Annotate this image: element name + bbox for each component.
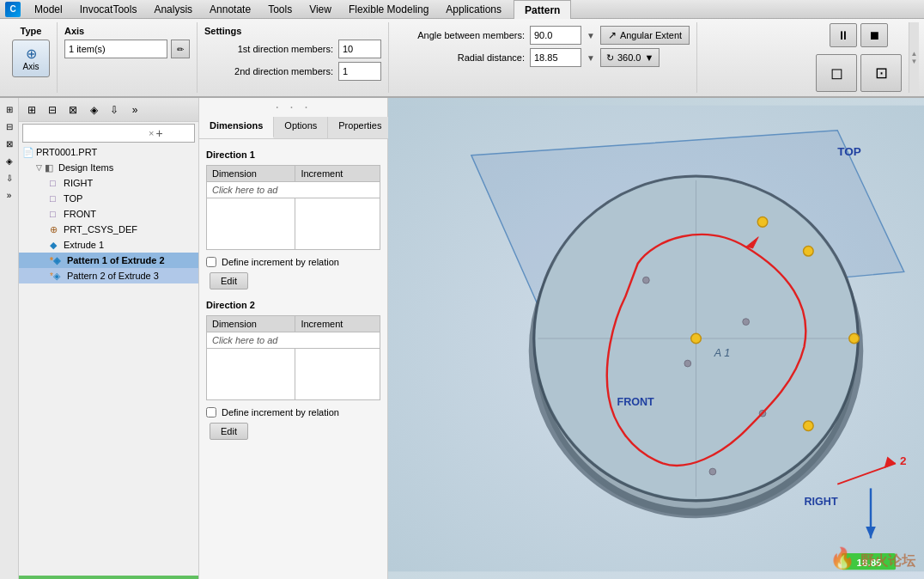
menu-tools[interactable]: Tools (259, 0, 301, 19)
svg-point-9 (804, 246, 814, 256)
svg-point-10 (804, 421, 814, 431)
angle-input[interactable] (530, 26, 581, 45)
dir1-input[interactable] (338, 40, 381, 58)
define-relation-label1: Define increment by relation (222, 257, 339, 267)
tab-pattern[interactable]: Pattern (514, 0, 571, 19)
divider-dots: · · · (199, 100, 387, 115)
viewport[interactable]: 2 A 1 FRONT TOP RIGHT 18.85 🔥 野火论坛 (388, 98, 924, 579)
direction2-table: Dimension Increment Click here to ad (206, 315, 380, 400)
define-relation-check2[interactable] (206, 407, 216, 417)
tree-tool-4[interactable]: ◈ (84, 101, 103, 119)
menu-flexible[interactable]: Flexible Modeling (340, 0, 437, 19)
type-label: Type (21, 26, 42, 36)
tree-tool-more[interactable]: » (125, 101, 144, 119)
extrude1-icon: ◆ (50, 240, 64, 251)
ribbon: Type ⊕ Axis Axis ✏ Settings 1st directio… (0, 19, 924, 98)
edit-button-1[interactable]: Edit (210, 272, 248, 290)
v-btn-more[interactable]: » (2, 187, 17, 203)
radial-icon: ↻ (606, 52, 614, 64)
tab-options[interactable]: Options (274, 117, 328, 138)
action-row1: ⏸ ⏹ (830, 23, 888, 47)
tree-item-right[interactable]: □ RIGHT (19, 175, 198, 191)
v-btn-5[interactable]: ⇩ (2, 170, 17, 186)
tree-label-csys: PRT_CSYS_DEF (64, 224, 137, 235)
radial-input[interactable] (530, 48, 581, 67)
tree-item-front[interactable]: □ FRONT (19, 206, 198, 222)
v-btn-2[interactable]: ⊟ (2, 119, 17, 134)
dir2-members-row: 2nd direction members: (204, 62, 381, 81)
svg-point-17 (709, 468, 716, 475)
tab-dimensions[interactable]: Dimensions (199, 117, 274, 138)
v-btn-4[interactable]: ◈ (2, 153, 17, 168)
menu-view[interactable]: View (301, 0, 340, 19)
define-relation-row2: Define increment by relation (206, 407, 380, 417)
panel-tabs: Dimensions Options Properties (199, 117, 387, 139)
tree-item-pattern1[interactable]: * ◈ Pattern 1 of Extrude 2 (19, 253, 198, 268)
tree-label-top: TOP (64, 193, 82, 204)
panel-area: · · · Dimensions Options Properties Dire… (199, 98, 388, 579)
direction2-row[interactable]: Click here to ad (207, 332, 380, 349)
v-btn-3[interactable]: ⊠ (2, 136, 17, 151)
tree-label-front: FRONT (64, 209, 96, 219)
tree-search-input[interactable] (27, 128, 147, 138)
search-icon: × (149, 128, 154, 138)
radial-label: Radial distance: (396, 52, 525, 63)
preview1-button[interactable]: ◻ (816, 54, 857, 92)
menu-model[interactable]: Model (26, 0, 71, 19)
tree-tool-5[interactable]: ⇩ (105, 101, 124, 119)
svg-text:RIGHT: RIGHT (804, 496, 837, 508)
tree-add-icon[interactable]: + (155, 126, 162, 140)
dir1-members-row: 1st direction members: (204, 40, 381, 58)
axis-type-button[interactable]: ⊕ Axis (12, 40, 50, 77)
svg-text:TOP: TOP (837, 145, 861, 158)
front-plane-icon: □ (50, 209, 64, 219)
angle-group: Angle between members: ▼ ↗ Angular Exten… (389, 22, 697, 93)
direction1-row[interactable]: Click here to ad (207, 182, 380, 198)
tree-item-root[interactable]: 📄 PRT0001.PRT (19, 144, 198, 160)
preview2-button[interactable]: ⊡ (860, 54, 902, 92)
axis-edit-button[interactable]: ✏ (171, 40, 190, 58)
stop-button[interactable]: ⏹ (860, 23, 888, 47)
menu-bar: C Model InvocatTools Analysis Annotate T… (0, 0, 924, 19)
action-group: ⏸ ⏹ ◻ ⊡ (809, 22, 909, 93)
tree-label-right: RIGHT (64, 178, 93, 188)
angular-extent-button[interactable]: ↗ Angular Extent (600, 26, 690, 45)
tree-item-design[interactable]: ▽ ◧ Design Items (19, 160, 198, 175)
define-relation-check1[interactable] (206, 257, 216, 267)
action-row2: ◻ ⊡ (816, 54, 902, 92)
edit-button-2[interactable]: Edit (210, 423, 248, 440)
tree-item-top[interactable]: □ TOP (19, 191, 198, 206)
tree-tool-2[interactable]: ⊟ (43, 101, 62, 119)
radial-dropdown-icon: ▼ (644, 52, 653, 63)
menu-annotate[interactable]: Annotate (201, 0, 259, 19)
prt-icon: 📄 (22, 147, 36, 158)
axis-input[interactable] (64, 40, 167, 58)
model-tree: ⊞ ⊟ ⊠ ◈ ⇩ » × + 📄 PRT0001.PRT ▽ ◧ Design… (19, 98, 199, 579)
tree-search-bar: × + (22, 124, 195, 143)
direction1-empty2 (295, 198, 380, 250)
tree-bottom-bar (19, 576, 198, 579)
inc-col-header: Increment (295, 166, 380, 182)
v-btn-1[interactable]: ⊞ (2, 101, 17, 117)
menu-applications[interactable]: Applications (437, 0, 510, 19)
tree-tool-1[interactable]: ⊞ (22, 101, 41, 119)
tree-item-pattern2[interactable]: * ◈ Pattern 2 of Extrude 3 (19, 268, 198, 283)
tree-item-csys[interactable]: ⊕ PRT_CSYS_DEF (19, 222, 198, 237)
dir2-input[interactable] (338, 62, 381, 81)
angle-row: Angle between members: ▼ ↗ Angular Exten… (396, 26, 690, 45)
radial-360-button[interactable]: ↻ 360.0 ▼ (600, 48, 660, 67)
tree-item-extrude1[interactable]: ◆ Extrude 1 (19, 237, 198, 253)
direction1-placeholder[interactable]: Click here to ad (207, 182, 380, 198)
menu-analysis[interactable]: Analysis (145, 0, 201, 19)
tab-properties[interactable]: Properties (328, 117, 392, 138)
menu-invocat[interactable]: InvocatTools (71, 0, 146, 19)
direction2-empty1 (207, 349, 295, 400)
direction2-placeholder[interactable]: Click here to ad (207, 332, 380, 349)
radial-row: Radial distance: ▼ ↻ 360.0 ▼ (396, 48, 690, 67)
direction1-empty1 (207, 198, 295, 250)
svg-point-11 (849, 333, 860, 344)
panel-content: Direction 1 Dimension Increment Click he… (199, 139, 387, 579)
pause-button[interactable]: ⏸ (830, 23, 857, 47)
angle-label: Angle between members: (396, 30, 525, 40)
tree-tool-3[interactable]: ⊠ (64, 101, 82, 119)
